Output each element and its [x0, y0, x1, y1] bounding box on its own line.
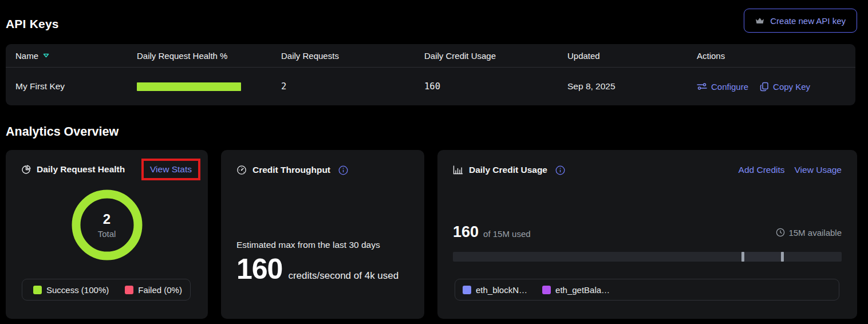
copy-key-button[interactable]: Copy Key: [760, 82, 810, 92]
health-bar-cell: [137, 82, 281, 91]
crown-icon: [755, 17, 764, 25]
view-usage-link[interactable]: View Usage: [795, 165, 842, 175]
progress-segment: [741, 252, 781, 262]
column-header-daily-credit-usage[interactable]: Daily Credit Usage: [424, 51, 567, 61]
configure-button[interactable]: Configure: [697, 82, 748, 92]
create-api-key-button[interactable]: Create new API key: [744, 9, 857, 33]
analytics-cards: Daily Request Health View Stats 2 Total …: [6, 150, 857, 319]
health-legend: Success (100%) Failed (0%): [22, 279, 191, 301]
table-row: My First Key 2 160 Sep 8, 2025 Configure…: [6, 68, 855, 105]
updated-cell: Sep 8, 2025: [567, 81, 697, 92]
info-icon[interactable]: [338, 165, 348, 175]
column-header-updated[interactable]: Updated: [567, 51, 697, 61]
usage-marker-1: [741, 252, 744, 262]
legend-item-success: Success (100%): [33, 285, 109, 295]
column-header-health[interactable]: Daily Request Health %: [137, 51, 281, 61]
configure-label: Configure: [711, 82, 748, 92]
pie-chart-icon: [21, 165, 31, 175]
eth-blocknumber-swatch: [463, 286, 471, 294]
donut-total-value: 2: [103, 211, 111, 227]
legend-item-failed: Failed (0%): [125, 285, 182, 295]
credits-used-suffix: of 15M used: [483, 229, 531, 239]
table-header-row: Name Daily Request Health % Daily Reques…: [6, 44, 855, 68]
column-header-name[interactable]: Name: [15, 51, 137, 61]
eth-getbalance-swatch: [542, 286, 551, 294]
credits-used-value: 160: [453, 224, 479, 240]
card-title: Daily Credit Usage: [469, 165, 547, 175]
analytics-overview-title: Analytics Overview: [6, 125, 119, 139]
daily-credit-usage-card: Daily Credit Usage Add Credits View Usag…: [437, 150, 857, 319]
failed-swatch: [125, 286, 133, 294]
copy-icon: [760, 82, 769, 92]
throughput-subtitle: Estimated max from the last 30 days: [236, 240, 409, 250]
view-stats-link[interactable]: View Stats: [150, 164, 192, 174]
donut-total-label: Total: [98, 229, 116, 239]
credits-available: 15M available: [776, 228, 842, 238]
daily-requests-cell: 2: [281, 81, 424, 92]
info-icon[interactable]: [555, 165, 565, 175]
credit-throughput-card: Credit Throughput Estimated max from the…: [221, 150, 424, 319]
sort-down-icon[interactable]: [43, 53, 49, 58]
bar-chart-icon: [453, 165, 463, 175]
credits-available-label: 15M available: [788, 228, 842, 238]
usage-marker-2: [781, 252, 784, 262]
credit-usage-progress-bar: [453, 252, 842, 262]
card-title: Daily Request Health: [37, 164, 125, 175]
success-swatch: [33, 286, 42, 294]
api-keys-table: Name Daily Request Health % Daily Reques…: [6, 44, 855, 105]
daily-request-health-card: Daily Request Health View Stats 2 Total …: [6, 150, 208, 319]
view-stats-annotation-box: View Stats: [141, 159, 200, 180]
card-title: Credit Throughput: [252, 165, 330, 175]
health-bar: [137, 82, 241, 91]
column-header-daily-requests[interactable]: Daily Requests: [281, 51, 424, 61]
column-header-actions: Actions: [697, 51, 846, 61]
request-health-donut-chart: 2 Total: [72, 189, 143, 260]
add-credits-link[interactable]: Add Credits: [739, 165, 785, 175]
key-name-cell: My First Key: [15, 81, 137, 92]
throughput-value: 160: [236, 255, 282, 283]
actions-cell: Configure Copy Key: [697, 82, 846, 92]
daily-credit-usage-cell: 160: [424, 81, 567, 92]
copy-key-label: Copy Key: [773, 82, 810, 92]
create-api-key-label: Create new API key: [770, 16, 846, 26]
legend-item-eth-blocknumber: eth_blockN…: [463, 285, 527, 295]
throughput-suffix: credits/second of 4k used: [288, 270, 399, 282]
usage-legend: eth_blockN… eth_getBala…: [455, 279, 839, 301]
gauge-icon: [236, 165, 247, 175]
column-name-label: Name: [15, 51, 38, 61]
page-title: API Keys: [6, 17, 59, 31]
legend-item-eth-getbalance: eth_getBala…: [542, 285, 610, 295]
clock-icon: [776, 228, 785, 237]
sliders-icon: [697, 82, 707, 90]
